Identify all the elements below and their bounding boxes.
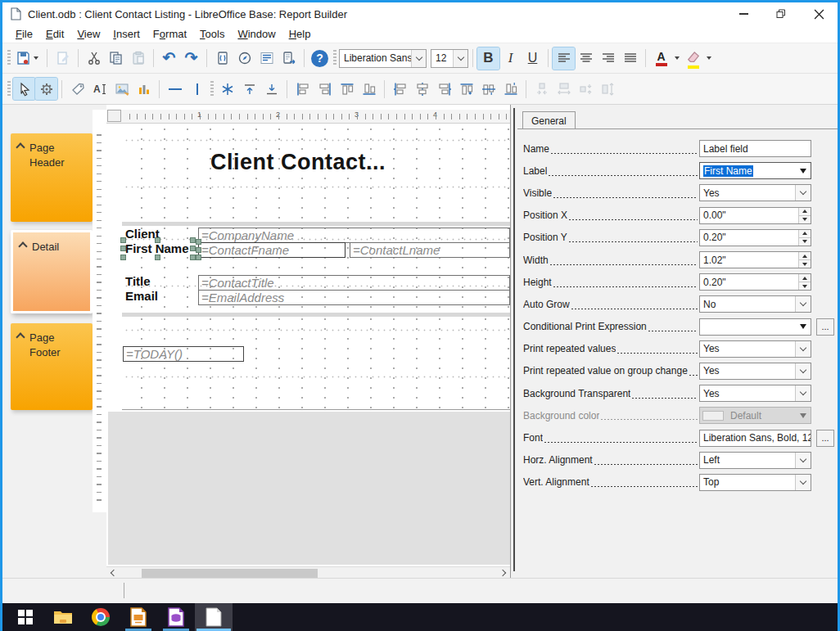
font-color-button[interactable]: A bbox=[650, 47, 672, 70]
selection-handle[interactable] bbox=[120, 255, 126, 260]
fit-greatest-height-button[interactable] bbox=[597, 78, 619, 100]
font-name-combo[interactable]: Liberation Sans bbox=[339, 49, 427, 68]
menu-edit[interactable]: Edit bbox=[39, 26, 70, 42]
toolbar-grip[interactable] bbox=[7, 81, 11, 97]
label-combo[interactable]: First Name bbox=[699, 162, 811, 179]
minimize-button[interactable] bbox=[725, 2, 762, 25]
align-object-bottom-button[interactable] bbox=[358, 78, 380, 100]
selection-handle[interactable] bbox=[120, 237, 126, 243]
menu-window[interactable]: Window bbox=[231, 26, 282, 42]
cut-button[interactable] bbox=[83, 47, 105, 70]
font-color-dropdown-icon[interactable] bbox=[675, 56, 680, 60]
selection-handle[interactable] bbox=[196, 255, 201, 260]
page-footer-section-card[interactable]: Page Footer bbox=[11, 323, 93, 410]
insert-label-button[interactable] bbox=[66, 78, 88, 100]
page-footer-band[interactable]: =TODAY() bbox=[122, 317, 510, 410]
spin-up-button[interactable] bbox=[799, 274, 811, 282]
execute-report-button[interactable] bbox=[211, 47, 233, 70]
fit-smallest-height-button[interactable] bbox=[575, 78, 597, 100]
navigator-button[interactable] bbox=[233, 47, 255, 70]
conditional-print-combo[interactable] bbox=[699, 318, 811, 336]
report-title-label[interactable]: Client Contact... bbox=[210, 150, 386, 175]
email-label[interactable]: Email bbox=[125, 289, 158, 303]
contact-title-field[interactable]: =ContactTitle bbox=[198, 275, 510, 291]
today-date-field[interactable]: =TODAY() bbox=[123, 346, 244, 362]
auto-grow-dropdown[interactable] bbox=[795, 296, 811, 312]
horz-alignment-dropdown[interactable] bbox=[795, 453, 811, 468]
title-label[interactable]: Title bbox=[125, 274, 151, 288]
center-top-button[interactable] bbox=[455, 78, 477, 100]
page-header-band[interactable]: Client Contact... bbox=[122, 127, 510, 222]
page-setup-button[interactable] bbox=[278, 47, 300, 70]
properties-button[interactable] bbox=[35, 78, 57, 100]
print-repeated-dropdown[interactable] bbox=[795, 341, 811, 357]
position-x-spinner[interactable]: 0.00" bbox=[699, 207, 811, 224]
contact-lname-field[interactable]: =ContactLname bbox=[350, 242, 510, 258]
conditional-print-browse-button[interactable]: ... bbox=[816, 318, 834, 336]
align-to-bottom-button[interactable] bbox=[260, 78, 282, 100]
highlight-color-dropdown-icon[interactable] bbox=[707, 56, 711, 60]
vert-alignment-dropdown[interactable] bbox=[795, 475, 811, 490]
redo-button[interactable]: ↷ bbox=[180, 47, 202, 70]
font-name-dropdown[interactable] bbox=[411, 50, 426, 67]
toolbar-grip[interactable] bbox=[333, 50, 336, 66]
menu-insert[interactable]: Insert bbox=[106, 26, 147, 42]
spin-down-button[interactable] bbox=[799, 282, 811, 290]
contact-fname-field[interactable]: =ContactFname bbox=[198, 242, 345, 258]
snap-to-grid-button[interactable] bbox=[216, 78, 238, 100]
close-button[interactable] bbox=[800, 2, 838, 25]
collapse-chevron-icon[interactable] bbox=[16, 142, 25, 151]
label-dropdown[interactable] bbox=[795, 163, 811, 178]
first-name-label[interactable]: First Name bbox=[125, 241, 189, 255]
center-horizontal-button[interactable] bbox=[411, 78, 433, 100]
spin-up-button[interactable] bbox=[799, 208, 811, 215]
vertical-line-button[interactable] bbox=[186, 78, 208, 100]
align-object-top-button[interactable] bbox=[336, 78, 358, 100]
menu-view[interactable]: View bbox=[70, 26, 106, 42]
insert-chart-button[interactable] bbox=[133, 78, 155, 100]
spin-down-button[interactable] bbox=[799, 259, 811, 268]
libreoffice-base-button[interactable] bbox=[157, 603, 195, 631]
toolbar-grip[interactable] bbox=[210, 81, 214, 97]
selection-handle[interactable] bbox=[155, 255, 160, 260]
page-header-section-card[interactable]: Page Header bbox=[11, 133, 93, 222]
undo-button[interactable]: ↶ bbox=[158, 47, 180, 70]
selection-handle[interactable] bbox=[155, 237, 160, 243]
email-address-field[interactable]: =EmailAddress bbox=[198, 290, 510, 305]
detail-band[interactable]: Client First Name Title Email =CompanyNa… bbox=[122, 226, 510, 313]
selection-handle[interactable] bbox=[120, 246, 126, 251]
insert-text-box-button[interactable]: A bbox=[88, 78, 111, 100]
menu-format[interactable]: Format bbox=[147, 26, 193, 42]
print-repeated-group-select[interactable]: Yes bbox=[699, 363, 811, 380]
report-page[interactable]: Client Contact... Client First Name Titl… bbox=[122, 127, 510, 410]
scroll-left-button[interactable] bbox=[106, 567, 119, 579]
restore-button[interactable] bbox=[762, 2, 800, 25]
center-right-button[interactable] bbox=[433, 78, 455, 100]
name-input[interactable]: Label field bbox=[699, 140, 811, 157]
align-to-top-button[interactable] bbox=[238, 78, 260, 100]
libreoffice-active-window-button[interactable] bbox=[195, 603, 233, 631]
font-size-combo[interactable]: 12 bbox=[431, 49, 468, 68]
width-spinner[interactable]: 1.02" bbox=[699, 251, 811, 268]
conditional-print-dropdown[interactable] bbox=[795, 319, 811, 335]
copy-button[interactable] bbox=[105, 47, 127, 70]
visible-select[interactable]: Yes bbox=[699, 184, 811, 201]
file-explorer-button[interactable] bbox=[44, 603, 82, 631]
spin-up-button[interactable] bbox=[799, 230, 811, 237]
align-center-button[interactable] bbox=[575, 47, 597, 70]
fit-smallest-width-button[interactable] bbox=[531, 78, 553, 100]
menu-file[interactable]: File bbox=[9, 26, 39, 42]
company-name-field[interactable]: =CompanyName bbox=[198, 228, 510, 243]
bold-button[interactable]: B bbox=[477, 47, 499, 70]
italic-button[interactable]: I bbox=[499, 47, 522, 70]
font-size-dropdown[interactable] bbox=[453, 50, 467, 67]
background-transparent-select[interactable]: Yes bbox=[699, 385, 811, 402]
visible-dropdown[interactable] bbox=[795, 185, 811, 201]
save-button[interactable] bbox=[13, 47, 43, 70]
align-object-left-button[interactable] bbox=[291, 78, 314, 100]
font-input[interactable]: Liberation Sans, Bold, 12 bbox=[699, 430, 811, 447]
edit-mode-button[interactable] bbox=[52, 47, 74, 70]
sorting-grouping-button[interactable] bbox=[255, 47, 278, 70]
print-repeated-select[interactable]: Yes bbox=[699, 340, 811, 358]
print-repeated-group-dropdown[interactable] bbox=[795, 363, 811, 379]
